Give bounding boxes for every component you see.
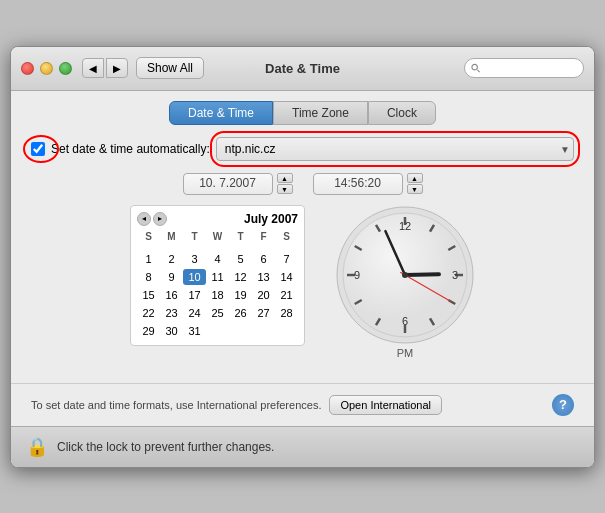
calendar-day[interactable]: 5 bbox=[229, 251, 252, 267]
calendar-day bbox=[183, 245, 206, 249]
auto-set-label[interactable]: Set date & time automatically: bbox=[31, 142, 210, 156]
calendar-day[interactable]: 26 bbox=[229, 305, 252, 321]
time-stepper: ▲ ▼ bbox=[407, 173, 423, 194]
calendar-day-header: S bbox=[137, 230, 160, 243]
nav-buttons: ◀ ▶ bbox=[82, 58, 128, 78]
content: Set date & time automatically: ntp.nic.c… bbox=[11, 125, 594, 371]
calendar-day[interactable]: 3 bbox=[183, 251, 206, 267]
calendar-nav: ◂ ▸ bbox=[137, 212, 167, 226]
am-pm-label: PM bbox=[397, 347, 414, 359]
time-field[interactable]: 14:56:20 bbox=[313, 173, 403, 195]
calendar-day[interactable]: 14 bbox=[275, 269, 298, 285]
time-increment[interactable]: ▲ bbox=[407, 173, 423, 183]
calendar-day[interactable]: 19 bbox=[229, 287, 252, 303]
main-window: ◀ ▶ Show All Date & Time Date & Time Tim… bbox=[10, 46, 595, 468]
lock-icon[interactable]: 🔒 bbox=[25, 435, 49, 459]
time-decrement[interactable]: ▼ bbox=[407, 184, 423, 194]
search-input[interactable] bbox=[480, 61, 577, 75]
calendar-day[interactable]: 28 bbox=[275, 305, 298, 321]
svg-text:9: 9 bbox=[354, 269, 360, 281]
date-field[interactable]: 10. 7.2007 bbox=[183, 173, 273, 195]
calendar-day-header: M bbox=[160, 230, 183, 243]
titlebar: ◀ ▶ Show All Date & Time bbox=[11, 47, 594, 91]
calendar-day bbox=[160, 245, 183, 249]
svg-text:3: 3 bbox=[452, 269, 458, 281]
clock-container: 12 3 6 9 PM bbox=[335, 205, 475, 359]
calendar-day[interactable]: 30 bbox=[160, 323, 183, 339]
calendar-day[interactable]: 21 bbox=[275, 287, 298, 303]
calendar-day[interactable]: 22 bbox=[137, 305, 160, 321]
cal-next-button[interactable]: ▸ bbox=[153, 212, 167, 226]
calendar-day[interactable]: 23 bbox=[160, 305, 183, 321]
auto-set-checkbox[interactable] bbox=[31, 142, 45, 156]
ntp-select-wrapper: ntp.nic.cz ▼ bbox=[216, 137, 574, 161]
calendar-header: ◂ ▸ July 2007 bbox=[137, 212, 298, 226]
calendar-day bbox=[206, 245, 229, 249]
open-international-button[interactable]: Open International bbox=[329, 395, 442, 415]
calendar-day[interactable]: 13 bbox=[252, 269, 275, 285]
calendar-day[interactable]: 11 bbox=[206, 269, 229, 285]
calendar-day bbox=[275, 245, 298, 249]
clock-face: 12 3 6 9 bbox=[335, 205, 475, 345]
show-all-button[interactable]: Show All bbox=[136, 57, 204, 79]
forward-button[interactable]: ▶ bbox=[106, 58, 128, 78]
calendar-day[interactable]: 31 bbox=[183, 323, 206, 339]
zoom-button[interactable] bbox=[59, 62, 72, 75]
date-decrement[interactable]: ▼ bbox=[277, 184, 293, 194]
calendar-day[interactable]: 8 bbox=[137, 269, 160, 285]
svg-point-23 bbox=[402, 272, 408, 278]
calendar-day bbox=[252, 245, 275, 249]
date-increment[interactable]: ▲ bbox=[277, 173, 293, 183]
close-button[interactable] bbox=[21, 62, 34, 75]
date-time-row: 10. 7.2007 ▲ ▼ 14:56:20 ▲ ▼ bbox=[31, 173, 574, 195]
calendar-day[interactable]: 29 bbox=[137, 323, 160, 339]
calendar-day[interactable]: 10 bbox=[183, 269, 206, 285]
calendar-day[interactable]: 20 bbox=[252, 287, 275, 303]
auto-set-row: Set date & time automatically: ntp.nic.c… bbox=[31, 137, 574, 161]
date-input-group: 10. 7.2007 ▲ ▼ bbox=[183, 173, 293, 195]
date-stepper: ▲ ▼ bbox=[277, 173, 293, 194]
time-input-group: 14:56:20 ▲ ▼ bbox=[313, 173, 423, 195]
calendar-day-header: T bbox=[183, 230, 206, 243]
window-title: Date & Time bbox=[265, 61, 340, 76]
ntp-server-select[interactable]: ntp.nic.cz bbox=[216, 137, 574, 161]
search-box[interactable] bbox=[464, 58, 584, 78]
calendar-day[interactable]: 24 bbox=[183, 305, 206, 321]
calendar-day[interactable]: 18 bbox=[206, 287, 229, 303]
tab-date-time[interactable]: Date & Time bbox=[169, 101, 273, 125]
calendar-day[interactable]: 1 bbox=[137, 251, 160, 267]
calendar-day[interactable]: 9 bbox=[160, 269, 183, 285]
calendar-day-header: S bbox=[275, 230, 298, 243]
tab-clock[interactable]: Clock bbox=[368, 101, 436, 125]
tab-time-zone[interactable]: Time Zone bbox=[273, 101, 368, 125]
calendar-day bbox=[206, 323, 229, 339]
intl-text: To set date and time formats, use Intern… bbox=[31, 399, 321, 411]
calendar-month-year: July 2007 bbox=[244, 212, 298, 226]
calendar-grid: SMTWTFS123456789101112131415161718192021… bbox=[137, 230, 298, 339]
svg-point-0 bbox=[472, 64, 477, 69]
calendar-day-header: F bbox=[252, 230, 275, 243]
calendar: ◂ ▸ July 2007 SMTWTFS1234567891011121314… bbox=[130, 205, 305, 346]
calendar-day[interactable]: 7 bbox=[275, 251, 298, 267]
calendar-day[interactable]: 4 bbox=[206, 251, 229, 267]
calendar-clock-row: ◂ ▸ July 2007 SMTWTFS1234567891011121314… bbox=[31, 205, 574, 359]
minimize-button[interactable] bbox=[40, 62, 53, 75]
traffic-lights bbox=[21, 62, 72, 75]
calendar-day[interactable]: 16 bbox=[160, 287, 183, 303]
calendar-day[interactable]: 6 bbox=[252, 251, 275, 267]
intl-row: To set date and time formats, use Intern… bbox=[31, 395, 442, 415]
help-button[interactable]: ? bbox=[552, 394, 574, 416]
calendar-day[interactable]: 27 bbox=[252, 305, 275, 321]
calendar-day[interactable]: 2 bbox=[160, 251, 183, 267]
calendar-day bbox=[229, 245, 252, 249]
cal-prev-button[interactable]: ◂ bbox=[137, 212, 151, 226]
calendar-day[interactable]: 15 bbox=[137, 287, 160, 303]
calendar-day bbox=[252, 323, 275, 339]
back-button[interactable]: ◀ bbox=[82, 58, 104, 78]
clock-svg: 12 3 6 9 bbox=[335, 205, 475, 345]
calendar-day[interactable]: 17 bbox=[183, 287, 206, 303]
calendar-day[interactable]: 12 bbox=[229, 269, 252, 285]
calendar-day bbox=[275, 323, 298, 339]
calendar-day bbox=[229, 323, 252, 339]
calendar-day[interactable]: 25 bbox=[206, 305, 229, 321]
